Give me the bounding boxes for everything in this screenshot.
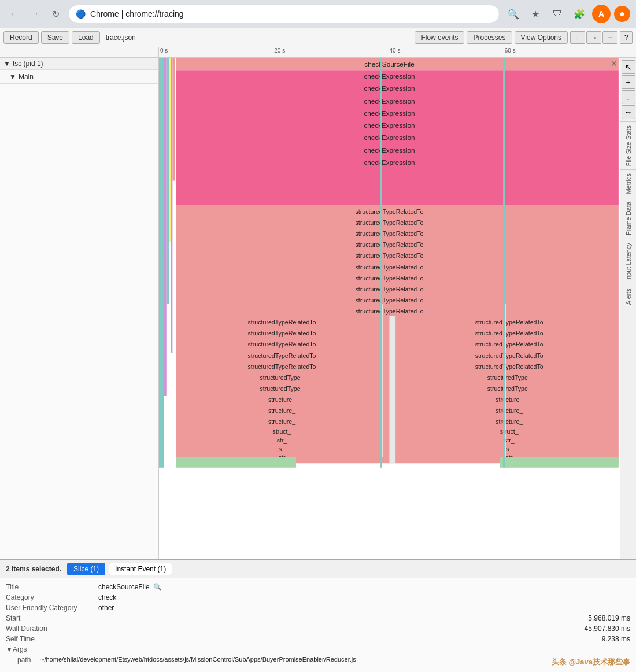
str-type-right-3: structuredTypeRelatedTo (475, 341, 543, 348)
timeline-minus-button[interactable]: − (602, 31, 617, 44)
str-type-left-1: structuredTypeRelatedTo (248, 319, 316, 326)
str-type-5: structuredTypeRelatedTo (356, 252, 424, 259)
yellow-strip (169, 58, 171, 242)
timeline-ruler-container: 0 s 20 s 40 s 60 s (0, 47, 636, 58)
search-icon[interactable]: 🔍 (153, 583, 162, 591)
zoom-in-button[interactable]: + (622, 75, 635, 89)
frame-data-label[interactable]: Frame Data (625, 198, 632, 239)
str-type-left-4: structuredTypeRelatedTo (248, 352, 316, 359)
str-type-left-3: structuredTypeRelatedTo (248, 341, 316, 348)
timeline-ruler[interactable]: 0 s 20 s 40 s 60 s (159, 47, 620, 57)
thread-header[interactable]: ▼ Main (0, 70, 158, 84)
process-label: tsc (pid 1) (13, 60, 43, 68)
str-type-3: structuredTypeRelatedTo (356, 230, 424, 237)
str-type-left-7: structuredType_ (260, 385, 304, 392)
column-gap (390, 316, 396, 463)
flow-events-button[interactable]: Flow events (415, 31, 464, 44)
zoom-out-button[interactable]: ↓ (622, 90, 635, 104)
ruler-mark-60: 60 s (505, 47, 516, 54)
s-right: s_ (506, 445, 513, 452)
user-friendly-row: User Friendly Category other (6, 603, 630, 613)
ce-label-8: checkExpression (364, 158, 415, 166)
structure-right-2: structure_ (496, 407, 523, 414)
right-sidebar: ↖ + ↓ ↔ File Size Stats Metrics Frame Da… (620, 58, 636, 559)
left-panel: ▼ tsc (pid 1) ▼ Main (0, 58, 159, 559)
title-value: checkSourceFile (98, 583, 150, 591)
purple-strip-2 (171, 58, 172, 353)
bottom-content: Title checkSourceFile 🔍 Category check U… (0, 578, 636, 669)
teal-center-strip (380, 58, 382, 468)
filename-text: trace.json (102, 34, 139, 42)
view-options-button[interactable]: View Options (515, 31, 568, 44)
address-bar[interactable]: 🔵 Chrome | chrome://tracing (68, 5, 500, 23)
flame-chart-svg[interactable]: checkSourceFile checkExpression checkExp… (159, 58, 620, 559)
structure-left-3: structure_ (268, 418, 296, 425)
help-button[interactable]: ? (620, 31, 633, 44)
timeline-forward-button[interactable]: → (586, 31, 601, 44)
file-size-stats-label[interactable]: File Size Stats (625, 122, 632, 169)
args-label[interactable]: ▼Args (6, 645, 27, 653)
cursor-button[interactable]: ↖ (622, 60, 635, 74)
back-button[interactable]: ← (6, 6, 22, 22)
main-trace-area: ▼ tsc (pid 1) ▼ Main ✕ checkSourceFile (0, 58, 636, 559)
refresh-button[interactable]: ↻ (47, 6, 64, 22)
process-collapse-icon: ▼ (3, 60, 10, 68)
load-button[interactable]: Load (72, 31, 100, 44)
fit-button[interactable]: ↔ (622, 105, 635, 119)
str-type-left-6: structuredType_ (260, 374, 304, 381)
ce-label-2: checkExpression (364, 84, 415, 92)
struct-left: struct_ (273, 428, 292, 435)
category-row: Category check (6, 592, 630, 603)
ruler-mark-20: 20 s (274, 47, 285, 54)
tracing-toolbar: Record Save Load trace.json Flow events … (0, 28, 636, 47)
str-type-right-4: structuredTypeRelatedTo (475, 352, 543, 359)
instant-event-tab[interactable]: Instant Event (1) (109, 563, 172, 575)
str-type-10: structuredTypeRelatedTo (356, 308, 424, 315)
shield-button[interactable]: 🛡 (548, 5, 567, 23)
timeline-back-button[interactable]: ← (570, 31, 585, 44)
str-type-7: structuredTypeRelatedTo (356, 275, 424, 282)
forward-button[interactable]: → (27, 6, 43, 22)
bottom-tabs-bar: 2 items selected. Slice (1) Instant Even… (0, 560, 636, 578)
path-value: ~/home/shilal/development/Etsyweb/htdocs… (40, 656, 356, 664)
ruler-left-spacer (0, 47, 159, 57)
teal-bar-left (159, 58, 164, 468)
orange-button[interactable]: ● (614, 6, 630, 22)
processes-button[interactable]: Processes (467, 31, 512, 44)
structure-right-1: structure_ (496, 396, 523, 403)
search-button[interactable]: 🔍 (504, 5, 523, 23)
ruler-mark-40: 40 s (390, 47, 401, 54)
trace-area[interactable]: ✕ checkSourceFile checkExpression checkE… (159, 58, 620, 559)
process-header[interactable]: ▼ tsc (pid 1) (0, 58, 158, 70)
str-type-right-2: structuredTypeRelatedTo (475, 330, 543, 337)
ruler-right-spacer (620, 47, 636, 57)
ce-label-5: checkExpression (364, 121, 415, 129)
ce-label-1: checkExpression (364, 72, 415, 80)
self-time-row: Self Time 9.238 ms (6, 634, 630, 644)
save-button[interactable]: Save (41, 31, 69, 44)
alerts-label[interactable]: Alerts (625, 285, 632, 308)
address-text: Chrome | chrome://tracing (90, 9, 184, 19)
start-label: Start (6, 614, 98, 622)
metrics-label[interactable]: Metrics (625, 170, 632, 197)
str-type-1: structuredTypeRelatedTo (356, 208, 424, 215)
green-bar-right (500, 457, 619, 468)
ce-label-4: checkExpression (364, 109, 415, 117)
browser-nav-icons: 🔍 ★ 🛡 🧩 A ● (504, 5, 630, 23)
str-type-8: structuredTypeRelatedTo (356, 286, 424, 293)
extensions-button[interactable]: 🧩 (570, 5, 589, 23)
bookmark-button[interactable]: ★ (526, 5, 545, 23)
structure-left-1: structure_ (268, 396, 296, 403)
title-row: Title checkSourceFile 🔍 (6, 582, 630, 592)
close-button[interactable]: ✕ (611, 59, 617, 68)
input-latency-label[interactable]: Input Latency (625, 239, 632, 285)
ce-label-3: checkExpression (364, 97, 415, 105)
structure-right-3: structure_ (496, 418, 523, 425)
check-source-file-label: checkSourceFile (364, 60, 414, 68)
teal-right-strip (503, 58, 505, 468)
record-button[interactable]: Record (3, 31, 39, 44)
zoom-controls: ↖ + ↓ ↔ (622, 58, 635, 121)
struct-right: struct_ (500, 428, 519, 435)
profile-button[interactable]: A (592, 5, 611, 23)
slice-tab[interactable]: Slice (1) (67, 563, 105, 575)
